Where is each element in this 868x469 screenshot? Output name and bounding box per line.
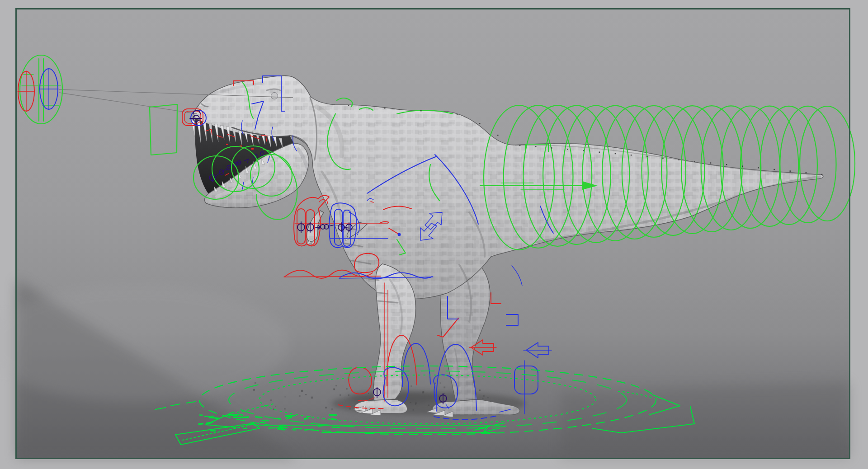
shadow-speckle	[349, 408, 351, 410]
perspective-viewport[interactable]	[0, 0, 868, 469]
scribble-mark	[205, 416, 213, 417]
shadow-speckle	[487, 397, 489, 399]
shadow-speckle	[348, 394, 349, 396]
shadow-speckle	[410, 402, 411, 403]
joint-dot	[420, 110, 422, 112]
shadow-speckle	[299, 395, 301, 397]
application-window	[0, 0, 868, 469]
scribble-mark	[311, 423, 314, 423]
joint-dot	[646, 156, 648, 158]
scribble-mark	[278, 429, 283, 430]
scribble-mark	[255, 417, 262, 418]
scribble-mark	[269, 428, 276, 428]
shadow-speckle	[275, 406, 276, 407]
scribble-mark	[278, 418, 281, 419]
scribble-mark	[248, 424, 256, 425]
joint-dot	[694, 161, 696, 162]
shadow-speckle	[439, 396, 439, 397]
joint-dot	[678, 159, 679, 160]
viewport-canvas[interactable]	[0, 9, 855, 459]
joint-dot	[535, 146, 537, 147]
scribble-mark	[207, 422, 212, 423]
shadow-speckle	[325, 407, 327, 408]
shadow-speckle	[346, 388, 348, 389]
scribble-mark	[229, 415, 237, 415]
shadow-speckle	[301, 390, 303, 392]
joint-dot	[551, 147, 552, 149]
joint-dot	[479, 123, 481, 124]
scribble-mark	[199, 424, 203, 424]
scribble-mark	[305, 429, 313, 430]
scribble-mark	[292, 430, 295, 430]
shadow-speckle	[311, 397, 313, 399]
joint-dot	[790, 170, 791, 172]
scribble-mark	[315, 430, 319, 431]
shadow-speckle	[285, 396, 286, 397]
joint-dot	[710, 162, 712, 164]
shadow-speckle	[443, 387, 445, 389]
shadow-speckle	[440, 382, 441, 384]
scribble-mark	[305, 418, 308, 419]
shadow-speckle	[444, 393, 445, 394]
joint-dot	[583, 150, 584, 151]
scribble-mark	[287, 418, 291, 419]
joint-dot	[758, 167, 759, 169]
joint-dot	[519, 145, 521, 146]
joint-dot	[774, 169, 775, 170]
shadow-speckle	[422, 391, 424, 393]
shadow-speckle	[428, 405, 429, 407]
shadow-speckle	[273, 408, 274, 410]
shadow-speckle	[253, 389, 255, 391]
joint-dot	[662, 158, 664, 159]
shadow-speckle	[413, 409, 414, 410]
scribble-mark	[209, 417, 218, 418]
scribble-mark	[242, 417, 249, 417]
joint-dot	[806, 172, 807, 174]
joint-dot	[726, 164, 727, 165]
joint-dot	[821, 174, 823, 175]
joint-dot	[348, 105, 349, 106]
scribble-mark	[330, 415, 336, 415]
scribble-mark	[288, 417, 292, 417]
shadow-speckle	[270, 399, 272, 401]
scribble-mark	[278, 427, 286, 428]
shadow-speckle	[479, 389, 481, 391]
shadow-speckle	[335, 385, 337, 386]
joint-dot	[497, 135, 499, 136]
shadow-speckle	[415, 403, 416, 405]
scribble-mark	[239, 414, 242, 415]
scribble-mark	[308, 416, 310, 417]
joint-dot	[631, 155, 632, 156]
joint-dot	[457, 114, 458, 115]
shadow-speckle	[483, 395, 485, 397]
ground-dark-right	[561, 382, 849, 458]
shadow-speckle	[368, 393, 369, 394]
scribble-mark	[331, 419, 336, 420]
shadow-speckle	[255, 382, 256, 384]
shadow-speckle	[482, 398, 483, 399]
joint-dot	[599, 152, 600, 153]
shadow-speckle	[340, 394, 341, 396]
joint-dot	[567, 149, 568, 150]
joint-dot	[384, 108, 386, 109]
shadow-speckle	[305, 394, 307, 395]
shadow-speckle	[410, 385, 412, 387]
joint-dot	[742, 166, 743, 167]
scribble-mark	[234, 417, 242, 417]
shadow-speckle	[331, 408, 333, 410]
shadow-speckle	[333, 389, 335, 390]
joint-dot	[615, 153, 616, 155]
shadow-speckle	[284, 408, 286, 410]
